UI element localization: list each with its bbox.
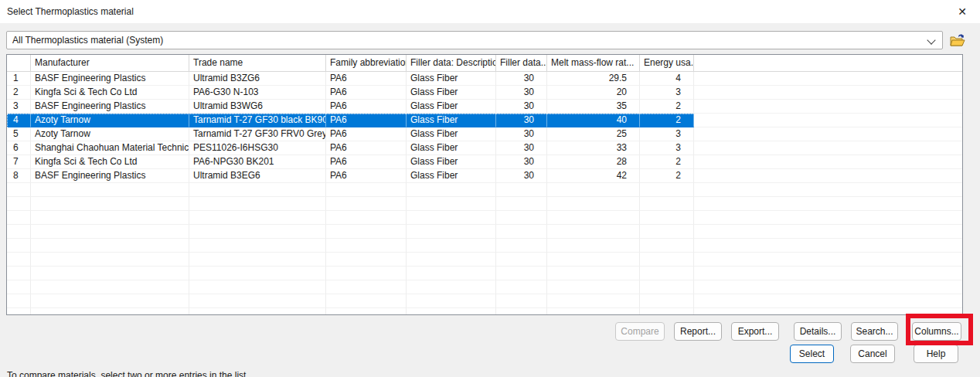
export-button[interactable]: Export... xyxy=(731,322,779,341)
empty-cell xyxy=(547,239,640,253)
row-filler xyxy=(694,141,962,155)
column-header-family[interactable]: Family abbreviation xyxy=(326,55,407,72)
table-row[interactable]: 8BASF Engineering PlasticsUltramid B3EG6… xyxy=(7,169,962,183)
table-body: 1BASF Engineering PlasticsUltramid B3ZG6… xyxy=(7,72,962,315)
empty-cell xyxy=(496,211,547,225)
select-button[interactable]: Select xyxy=(790,345,834,363)
empty-cell xyxy=(640,267,694,280)
empty-cell xyxy=(189,267,326,280)
row-filler xyxy=(694,308,962,315)
row-filler xyxy=(694,127,962,141)
empty-cell xyxy=(496,294,547,308)
cell-trade_name: Tarnamid T-27 GF30 black BK9005 xyxy=(189,114,326,127)
cell-family: PA6 xyxy=(326,155,407,169)
row-filler xyxy=(694,72,962,86)
table-row[interactable]: 3BASF Engineering PlasticsUltramid B3WG6… xyxy=(7,100,962,114)
row-number-cell xyxy=(7,225,31,239)
empty-table-row[interactable] xyxy=(7,225,962,239)
empty-cell xyxy=(547,280,640,294)
empty-table-row[interactable] xyxy=(7,197,962,211)
row-number-cell xyxy=(7,280,31,294)
empty-cell xyxy=(547,267,640,280)
cell-filler_desc: Glass Fiber xyxy=(407,114,496,127)
compare-button[interactable]: Compare xyxy=(615,322,665,341)
title-bar: Select Thermoplastics material ✕ xyxy=(0,0,980,23)
empty-cell xyxy=(496,225,547,239)
column-header-filler[interactable]: Filler data... xyxy=(496,55,547,72)
cell-family: PA6 xyxy=(326,100,407,114)
empty-cell xyxy=(640,294,694,308)
column-header-trade_name[interactable]: Trade name xyxy=(189,55,326,72)
empty-cell xyxy=(326,280,407,294)
search-button[interactable]: Search... xyxy=(851,322,898,341)
cell-melt_rate: 25 xyxy=(547,127,640,141)
table-row[interactable]: 6Shanghai Chaohuan Material TechnicalPES… xyxy=(7,141,962,155)
cell-filler: 30 xyxy=(496,100,547,114)
empty-cell xyxy=(189,294,326,308)
column-header-manufacturer[interactable]: Manufacturer xyxy=(31,55,189,72)
empty-cell xyxy=(189,211,326,225)
select-material-dialog: Select Thermoplastics material ✕ All The… xyxy=(0,0,980,377)
cell-melt_rate: 40 xyxy=(547,114,640,127)
empty-table-row[interactable] xyxy=(7,253,962,267)
row-number-cell: 3 xyxy=(7,100,31,114)
table-row[interactable]: 5Azoty TarnowTarnamid T-27 GF30 FRV0 Gre… xyxy=(7,127,962,141)
empty-table-row[interactable] xyxy=(7,280,962,294)
details-button[interactable]: Details... xyxy=(794,322,842,341)
open-file-button[interactable] xyxy=(949,32,966,48)
table-header-row: ManufacturerTrade nameFamily abbreviatio… xyxy=(7,55,962,72)
cell-manufacturer: BASF Engineering Plastics xyxy=(31,72,189,86)
row-filler xyxy=(694,267,962,280)
empty-cell xyxy=(640,239,694,253)
close-button[interactable]: ✕ xyxy=(954,4,971,19)
empty-table-row[interactable] xyxy=(7,183,962,197)
empty-cell xyxy=(31,197,189,211)
combobox-selected-value: All Thermoplastics material (System) xyxy=(12,35,163,46)
dialog-title: Select Thermoplastics material xyxy=(7,6,134,17)
empty-table-row[interactable] xyxy=(7,294,962,308)
cell-trade_name: PES11026-I6HSG30 xyxy=(189,141,326,155)
cell-energy: 2 xyxy=(640,169,694,183)
row-number-cell xyxy=(7,239,31,253)
row-filler xyxy=(694,86,962,100)
table-row[interactable]: 1BASF Engineering PlasticsUltramid B3ZG6… xyxy=(7,72,962,86)
empty-table-row[interactable] xyxy=(7,211,962,225)
cell-family: PA6 xyxy=(326,141,407,155)
column-header-melt_rate[interactable]: Melt mass-flow rat... xyxy=(547,55,640,72)
empty-cell xyxy=(640,225,694,239)
report-button[interactable]: Report... xyxy=(674,322,722,341)
material-filter-combobox[interactable]: All Thermoplastics material (System) xyxy=(6,31,943,49)
row-number-cell xyxy=(7,183,31,197)
row-filler xyxy=(694,294,962,308)
table-row[interactable]: 7Kingfa Sci & Tech Co LtdPA6-NPG30 BK201… xyxy=(7,155,962,169)
empty-cell xyxy=(496,267,547,280)
cell-filler: 30 xyxy=(496,114,547,127)
empty-cell xyxy=(640,183,694,197)
empty-cell xyxy=(326,294,407,308)
empty-table-row[interactable] xyxy=(7,308,962,315)
empty-cell xyxy=(496,280,547,294)
empty-table-row[interactable] xyxy=(7,267,962,280)
cell-filler_desc: Glass Fiber xyxy=(407,127,496,141)
empty-table-row[interactable] xyxy=(7,239,962,253)
cell-energy: 3 xyxy=(640,127,694,141)
column-header-filler_desc[interactable]: Filler data: Description xyxy=(407,55,496,72)
cell-energy: 3 xyxy=(640,141,694,155)
row-filler xyxy=(694,183,962,197)
cell-filler_desc: Glass Fiber xyxy=(407,169,496,183)
row-filler xyxy=(694,253,962,267)
empty-cell xyxy=(31,280,189,294)
row-number-header xyxy=(7,55,31,72)
empty-cell xyxy=(189,225,326,239)
cancel-button[interactable]: Cancel xyxy=(850,345,895,363)
table-row[interactable]: 4Azoty TarnowTarnamid T-27 GF30 black BK… xyxy=(7,114,962,127)
cell-filler: 30 xyxy=(496,169,547,183)
table-row[interactable]: 2Kingfa Sci & Tech Co LtdPA6-G30 N-103PA… xyxy=(7,86,962,100)
row-filler xyxy=(694,239,962,253)
columns-button[interactable]: Columns... xyxy=(912,322,961,341)
column-header-energy[interactable]: Energy usa... xyxy=(640,55,694,72)
empty-cell xyxy=(407,211,496,225)
empty-cell xyxy=(496,183,547,197)
help-button[interactable]: Help xyxy=(914,345,958,363)
row-filler xyxy=(694,169,962,183)
